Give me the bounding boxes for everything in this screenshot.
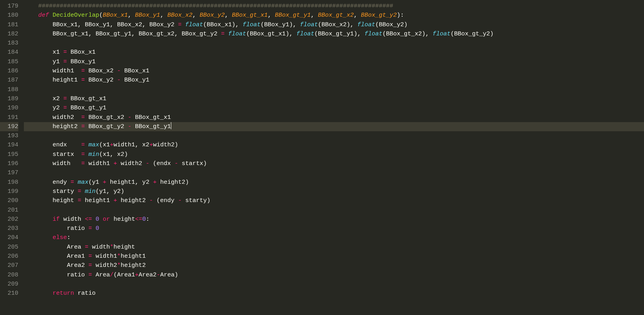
code-token: (Area1: [114, 272, 135, 278]
code-token: width1, x2: [114, 142, 149, 148]
code-token: height1: [81, 197, 114, 204]
code-line[interactable]: height1 = BBox_y2 - BBox_y1: [24, 76, 644, 85]
code-token: BBox_x1, BBox_y1, BBox_x2, BBox_y2: [24, 21, 178, 28]
line-number: 185: [0, 57, 18, 66]
code-token: float: [296, 31, 314, 37]
code-line[interactable]: y1 = BBox_y1: [24, 57, 644, 66]
code-token: =: [63, 49, 67, 56]
code-token: BBox_y1: [135, 12, 160, 19]
code-line[interactable]: if width <= 0 or height<=0:: [24, 215, 644, 224]
code-token: [24, 290, 53, 297]
code-token: -: [117, 77, 121, 84]
line-number: 202: [0, 215, 18, 224]
code-line[interactable]: Area = width*height: [24, 243, 644, 252]
code-token: [24, 234, 53, 241]
code-line[interactable]: endx = max(x1+width1, x2+width2): [24, 140, 644, 150]
code-token: endx: [24, 142, 81, 148]
code-line[interactable]: [24, 131, 644, 140]
code-line[interactable]: [24, 85, 644, 94]
code-line[interactable]: BBox_gt_x1, BBox_gt_y1, BBox_gt_x2, BBox…: [24, 29, 644, 39]
code-line[interactable]: return ratio: [24, 289, 644, 298]
code-token: [85, 151, 88, 158]
code-token: width1: [85, 160, 114, 167]
code-token: =: [81, 142, 85, 148]
code-token: width: [60, 216, 85, 223]
code-token: (endx: [149, 160, 174, 167]
code-token: float: [364, 31, 382, 37]
code-line[interactable]: ratio = Area/(Area1+Area2-Area): [24, 270, 644, 280]
code-line[interactable]: starty = min(y1, y2): [24, 187, 644, 196]
code-token: Area2: [24, 262, 88, 269]
code-line[interactable]: startx = min(x1, x2): [24, 150, 644, 159]
code-token: [24, 12, 38, 19]
code-token: height1: [24, 77, 81, 84]
code-token: 0: [96, 225, 99, 232]
code-line[interactable]: BBox_x1, BBox_y1, BBox_x2, BBox_y2 = flo…: [24, 20, 644, 29]
line-number: 197: [0, 168, 18, 177]
code-area[interactable]: ########################################…: [24, 2, 644, 315]
code-token: height2: [24, 123, 81, 130]
code-token: y1: [24, 58, 63, 65]
text-cursor: [171, 122, 171, 129]
code-token: +: [149, 142, 153, 148]
code-line[interactable]: width2 = BBox_gt_x2 - BBox_gt_x1: [24, 113, 644, 122]
line-number: 191: [0, 113, 18, 122]
code-token: BBox_x2: [167, 12, 192, 19]
code-token: BBox_gt_y1: [67, 105, 106, 111]
code-token: =: [63, 95, 67, 102]
code-token: (endy: [153, 197, 178, 204]
code-line[interactable]: [24, 39, 644, 48]
code-token: *: [117, 253, 121, 260]
code-token: height: [24, 197, 78, 204]
code-token: [92, 225, 96, 232]
code-token: BBox_gt_y2: [85, 123, 128, 130]
code-token: Area): [160, 272, 178, 278]
code-token: -: [178, 197, 182, 204]
code-token: =: [70, 179, 74, 186]
code-line[interactable]: height2 = BBox_gt_y2 - BBox_gt_y1: [24, 122, 644, 131]
code-token: BBox_gt_y1: [275, 12, 311, 19]
code-token: =: [88, 253, 92, 260]
code-line[interactable]: x2 = BBox_gt_x1: [24, 94, 644, 103]
line-number: 207: [0, 261, 18, 270]
code-token: =: [78, 188, 81, 195]
code-line[interactable]: x1 = BBox_x1: [24, 48, 644, 57]
line-number: 199: [0, 187, 18, 196]
code-line[interactable]: [24, 168, 644, 177]
code-token: -: [146, 160, 149, 167]
code-token: -: [157, 272, 160, 278]
code-token: BBox_y1: [67, 58, 96, 65]
code-token: min: [85, 188, 96, 195]
line-number: 194: [0, 140, 18, 150]
code-line[interactable]: ########################################…: [24, 2, 644, 11]
line-number: 188: [0, 85, 18, 94]
line-number: 186: [0, 66, 18, 76]
code-token: BBox_gt_x2: [85, 114, 128, 121]
code-line[interactable]: height = height1 + height2 - (endy - sta…: [24, 196, 644, 205]
line-number: 182: [0, 29, 18, 39]
code-line[interactable]: y2 = BBox_gt_y1: [24, 103, 644, 113]
code-token: =: [88, 225, 92, 232]
code-line[interactable]: endy = max(y1 + height1, y2 + height2): [24, 178, 644, 187]
code-line[interactable]: width1 = BBox_x2 - BBox_x1: [24, 66, 644, 76]
code-line[interactable]: Area1 = width1*height1: [24, 252, 644, 261]
code-line[interactable]: def DecideOverlap(BBox_x1, BBox_y1, BBox…: [24, 11, 644, 20]
line-number: 184: [0, 48, 18, 57]
code-token: :: [67, 234, 70, 241]
code-token: ,: [354, 12, 361, 19]
code-token: width1: [24, 68, 81, 74]
code-editor[interactable]: 1791801811821831841851861871881891901911…: [0, 0, 644, 315]
code-line[interactable]: Area2 = width2*height2: [24, 261, 644, 270]
code-line[interactable]: width = width1 + width2 - (endx - startx…: [24, 159, 644, 168]
code-line[interactable]: else:: [24, 233, 644, 242]
code-line[interactable]: [24, 206, 644, 215]
code-token: x2: [24, 95, 63, 102]
code-token: BBox_x1: [67, 49, 96, 56]
code-token: Area1: [24, 253, 88, 260]
code-line[interactable]: [24, 280, 644, 289]
code-line[interactable]: ratio = 0: [24, 224, 644, 233]
code-token: if: [53, 216, 60, 223]
code-token: =: [85, 244, 88, 251]
code-token: 0: [142, 216, 146, 223]
code-token: width2): [153, 142, 178, 148]
